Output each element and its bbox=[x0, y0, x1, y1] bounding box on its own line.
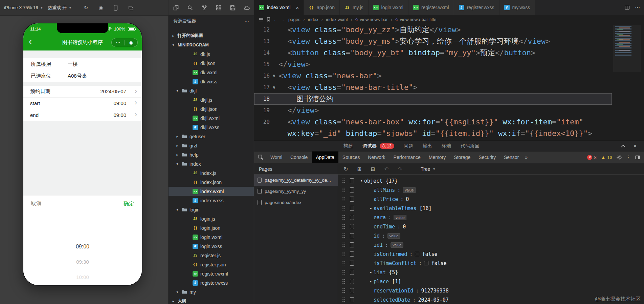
code-line-16[interactable]: 16∨<view class="news-bar"> bbox=[254, 70, 644, 82]
code-line-wrap[interactable]: wx:key="_id" bindtap="sjowbs" id="{{item… bbox=[254, 128, 644, 139]
cancel-button[interactable]: 取消 bbox=[31, 200, 42, 207]
panel-tab-构建[interactable]: 构建 bbox=[343, 143, 353, 149]
form-row-start[interactable]: start09:00› bbox=[23, 98, 142, 109]
drag-handle-icon[interactable] bbox=[342, 297, 346, 303]
appdata-row-id[interactable]: id:value bbox=[338, 231, 644, 240]
drag-handle-icon[interactable] bbox=[342, 279, 346, 284]
expand-icon[interactable]: ▸ bbox=[175, 153, 179, 157]
folder-item-help[interactable]: ▸help bbox=[169, 150, 254, 159]
file-item-index.js[interactable]: JSindex.js bbox=[169, 168, 254, 178]
devtools-tab-Sources[interactable]: Sources bbox=[338, 151, 364, 163]
devtools-tab-Network[interactable]: Network bbox=[364, 151, 389, 163]
gear-icon[interactable] bbox=[617, 155, 622, 160]
appdata-row-isConfirmed[interactable]: isConfirmed:false bbox=[338, 249, 644, 259]
collapse-icon[interactable]: ▾ bbox=[175, 162, 179, 166]
file-item-index.wxss[interactable]: #index.wxss bbox=[169, 196, 254, 205]
appdata-row-object[interactable]: ▾object{17} bbox=[338, 176, 644, 185]
cloud-icon[interactable] bbox=[244, 4, 250, 11]
outline-list-icon[interactable] bbox=[259, 18, 264, 22]
minimap[interactable] bbox=[613, 25, 641, 72]
page-item[interactable]: pages/my_yy/my_yy bbox=[254, 186, 338, 197]
appdata-row-allMins[interactable]: allMins:value bbox=[338, 185, 644, 195]
tab-my.js[interactable]: JSmy.js bbox=[340, 0, 369, 15]
file-item-dk.wxml[interactable]: <>dk.wxml bbox=[169, 68, 254, 77]
tab-my.wxss[interactable]: #my.wxss bbox=[499, 0, 535, 15]
appdata-row-allPrice[interactable]: allPrice:0 bbox=[338, 195, 644, 204]
drag-handle-icon[interactable] bbox=[342, 242, 346, 248]
redo-icon[interactable]: ↷ bbox=[397, 166, 403, 172]
folder-item-grzl[interactable]: ▸grzl bbox=[169, 141, 254, 150]
editor-more-icon[interactable]: ⋯ bbox=[635, 4, 640, 11]
checkbox[interactable] bbox=[424, 261, 428, 265]
back-icon[interactable]: ‹ bbox=[29, 35, 32, 48]
devtools-tab-Memory[interactable]: Memory bbox=[425, 151, 450, 163]
more-icon[interactable]: ⋯ bbox=[112, 38, 125, 47]
split-editor-icon[interactable] bbox=[625, 6, 629, 9]
code-line-13[interactable]: 13 <view class="body_yy_ms">安心学习，给你一个舒服的… bbox=[254, 36, 644, 47]
breadcrumb-item-index[interactable]: index bbox=[308, 17, 318, 22]
file-item-register.js[interactable]: JSregister.js bbox=[169, 251, 254, 260]
file-item-dk.js[interactable]: JSdk.js bbox=[169, 49, 254, 59]
expand-icon[interactable]: ▸ bbox=[175, 144, 179, 147]
search-icon[interactable] bbox=[187, 4, 194, 11]
tab-register.wxml[interactable]: <>register.wxml bbox=[408, 0, 454, 15]
code-line-14[interactable]: 14 <button class="body_yy_bt" bindtap="m… bbox=[254, 47, 644, 59]
file-item-register.wxml[interactable]: <>register.wxml bbox=[169, 269, 254, 278]
collapse-node-icon[interactable]: ▾ bbox=[359, 179, 364, 183]
folder-item-login[interactable]: ▾login bbox=[169, 205, 254, 214]
expand-all-icon[interactable]: ⊞ bbox=[356, 166, 362, 172]
breadcrumb-item-view.newa-bar-title[interactable]: ◇view.newa-bar-title bbox=[395, 17, 436, 22]
tab-register.wxss[interactable]: #register.wxss bbox=[454, 0, 499, 15]
code-line-20[interactable]: 20 <view class="news-bar-box" wx:for="{{… bbox=[254, 116, 644, 128]
panel-tab-调试器[interactable]: 调试器8, 13 bbox=[362, 143, 394, 149]
drag-handle-icon[interactable] bbox=[342, 233, 346, 239]
tab-login.wxml[interactable]: <>login.wxml bbox=[369, 0, 408, 15]
page-item[interactable]: pages/my_yy_detail/my_yy_de... bbox=[254, 175, 338, 186]
folder-item-my[interactable]: ▾my bbox=[169, 287, 254, 297]
collapse-panel-icon[interactable] bbox=[621, 145, 625, 147]
drag-handle-icon[interactable] bbox=[342, 196, 346, 202]
grid-icon[interactable] bbox=[215, 4, 222, 11]
kebab-menu-icon[interactable]: ⋮ bbox=[626, 155, 631, 160]
minimize-target-icon[interactable]: ◉ bbox=[125, 38, 138, 47]
expand-icon[interactable]: ▸ bbox=[171, 299, 175, 303]
panel-tab-输出[interactable]: 输出 bbox=[423, 143, 432, 149]
folder-item-index[interactable]: ▾index bbox=[169, 159, 254, 168]
collapse-icon[interactable]: ▾ bbox=[175, 290, 179, 294]
drag-handle-icon[interactable] bbox=[342, 215, 346, 220]
file-item-dkjl.js[interactable]: JSdkjl.js bbox=[169, 95, 254, 104]
save-icon[interactable] bbox=[229, 4, 236, 11]
form-row-end[interactable]: end09:00› bbox=[23, 109, 142, 121]
code-editor[interactable]: 12 <view class="body_yy_zz">自助约定</view>1… bbox=[254, 24, 644, 140]
device-selector[interactable]: iPhone X 75% 16 ▼ bbox=[4, 5, 43, 10]
devtools-tab-Sensor[interactable]: Sensor bbox=[500, 151, 523, 163]
fold-icon[interactable]: ∨ bbox=[270, 70, 279, 82]
picker-option-09:30[interactable]: 09:30 bbox=[23, 254, 142, 269]
code-line-19[interactable]: 19 </view> bbox=[254, 105, 644, 116]
file-item-dkjl.json[interactable]: {}dkjl.json bbox=[169, 104, 254, 114]
record-icon[interactable]: ◉ bbox=[97, 4, 104, 11]
devtools-tab-Console[interactable]: Console bbox=[286, 151, 312, 163]
appdata-row-place[interactable]: ▸place[1] bbox=[338, 277, 644, 286]
file-item-index.json[interactable]: {}index.json bbox=[169, 178, 254, 187]
hot-reload-selector[interactable]: 热重载 开 ▼ bbox=[48, 5, 72, 11]
appdata-row-id1[interactable]: id1:value bbox=[338, 240, 644, 249]
section-MINIPROGRAM[interactable]: ▾MINIPROGRAM bbox=[169, 40, 254, 49]
breadcrumb-item-pages[interactable]: pages bbox=[288, 17, 300, 22]
error-count-icon[interactable]: ✕ bbox=[587, 155, 592, 160]
expand-icon[interactable]: ▸ bbox=[171, 34, 175, 38]
expand-icon[interactable]: ▸ bbox=[175, 135, 179, 138]
picker-option-09:00[interactable]: 09:00 bbox=[23, 239, 142, 254]
drag-handle-icon[interactable] bbox=[342, 288, 346, 293]
code-line-17[interactable]: 17∨ <view class="newa-bar-title"> bbox=[254, 82, 644, 93]
forward-arrow-icon[interactable]: → bbox=[281, 17, 285, 22]
collapse-all-icon[interactable]: ⊟ bbox=[370, 166, 376, 172]
code-line-18[interactable]: 18 图书馆公约 bbox=[254, 93, 612, 105]
bookmark-icon[interactable] bbox=[267, 17, 270, 22]
devtools-tab-AppData[interactable]: AppData bbox=[312, 151, 338, 163]
devtools-tab-Performance[interactable]: Performance bbox=[390, 151, 425, 163]
file-item-login.json[interactable]: {}login.json bbox=[169, 223, 254, 232]
expand-node-icon[interactable]: ▸ bbox=[368, 270, 374, 275]
drag-handle-icon[interactable] bbox=[342, 205, 346, 211]
file-item-login.wxml[interactable]: <>login.wxml bbox=[169, 232, 254, 242]
